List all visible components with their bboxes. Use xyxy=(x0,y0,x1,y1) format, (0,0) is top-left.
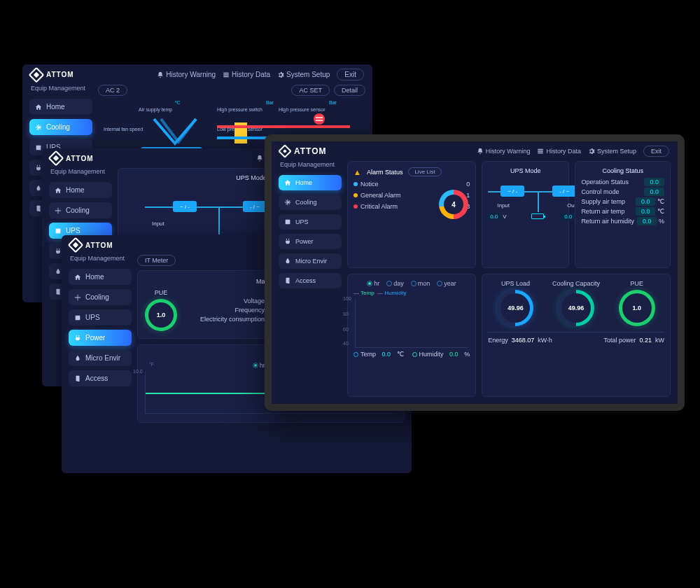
app-header: ATTOM History Warning History Data Syste… xyxy=(272,141,678,161)
ups-load-gauge: 49.96 xyxy=(497,290,533,326)
brand-logo-icon xyxy=(278,144,292,158)
output-value: 0.0 xyxy=(561,213,575,220)
alarm-status-title: Alarm Status xyxy=(367,169,403,176)
drop-icon xyxy=(55,268,62,275)
history-warning-button[interactable]: History Warning xyxy=(477,148,531,155)
range-day[interactable]: day xyxy=(386,280,404,287)
pue-gauge: 1.0 xyxy=(619,290,655,326)
unit-c: ºC xyxy=(175,100,181,105)
input-label: Input xyxy=(489,202,517,209)
system-setup-button[interactable]: System Setup xyxy=(588,148,636,155)
range-hr[interactable]: hr xyxy=(367,280,379,287)
svg-point-8 xyxy=(314,113,325,125)
ups-icon xyxy=(35,144,42,151)
cooling-status-card: Cooling Status Operation Status0.0 Contr… xyxy=(575,161,671,268)
chart-axes: 100 80 60 40 xyxy=(355,299,468,348)
drop-icon xyxy=(74,355,81,362)
elec-consumption-label: Electricity consumption xyxy=(188,316,265,323)
snowflake-icon xyxy=(35,124,42,131)
drop-icon xyxy=(284,258,291,265)
cool-row-return-humidity: Return air humidity0.0 % xyxy=(581,218,664,225)
detail-button[interactable]: Detail xyxy=(334,85,365,96)
gear-icon xyxy=(277,71,284,78)
plug-icon xyxy=(35,164,42,172)
sidebar-item-ups[interactable]: UPS xyxy=(279,214,342,230)
ups-icon xyxy=(74,314,81,321)
sidebar-title: Equip Management xyxy=(49,168,112,178)
sidebar-item-home[interactable]: Home xyxy=(279,175,342,190)
plug-icon xyxy=(74,335,81,342)
sidebar-item-cooling[interactable]: Cooling xyxy=(69,289,132,305)
it-meter-tab[interactable]: IT Meter xyxy=(137,255,176,266)
bell-icon xyxy=(256,155,263,162)
bell-icon xyxy=(477,148,484,155)
sidebar-item-cooling[interactable]: Cooling xyxy=(279,195,342,210)
sidebar-item-home[interactable]: Home xyxy=(69,269,132,285)
sidebar-item-micro-envir[interactable]: Micro Envir xyxy=(69,350,132,366)
sidebar-item-home[interactable]: Home xyxy=(49,182,112,198)
ac-selector-button[interactable]: AC 2 xyxy=(98,85,127,96)
header-actions: History Warning History Data System Setu… xyxy=(157,69,364,80)
range-mon[interactable]: mon xyxy=(411,280,430,287)
metrics-card: UPS Load 49.96 Cooling Capacity 49.96 PU… xyxy=(482,274,671,397)
snowflake-icon xyxy=(74,294,81,301)
cool-row-operation: Operation Status0.0 xyxy=(581,178,664,186)
snowflake-icon xyxy=(55,207,62,214)
sidebar: Equip Management Home Cooling UPS Power … xyxy=(279,161,342,397)
ups-inverter-icon: - / ~ xyxy=(552,186,576,197)
cooling-capacity-gauge: 49.96 xyxy=(558,290,594,326)
sidebar-item-power[interactable]: Power xyxy=(69,330,132,346)
temp-humidity-chart-card: hr day mon year — Temp — Humidity 100 80… xyxy=(347,274,476,397)
ac-set-button[interactable]: AC SET xyxy=(291,85,330,96)
exit-button[interactable]: Exit xyxy=(643,146,669,157)
ups-mode-card: UPS Mode ~ / - - / ~ Input Output 0.0V 0… xyxy=(482,161,569,268)
frequency-label: Frequency xyxy=(188,307,265,314)
plug-icon xyxy=(55,248,62,255)
ups-load-label: UPS Load xyxy=(501,280,530,287)
unit-bar-1: Bar xyxy=(266,100,274,105)
history-data-button[interactable]: History Data xyxy=(537,148,581,155)
sidebar-item-home[interactable]: Home xyxy=(29,99,92,115)
range-hr[interactable]: hr xyxy=(253,362,265,369)
sidebar-item-access[interactable]: Access xyxy=(279,273,342,288)
cool-row-control: Control mode0.0 xyxy=(581,188,664,195)
brand: ATTOM xyxy=(50,153,94,164)
live-list-button[interactable]: Live List xyxy=(408,167,441,176)
ups-mode-title: UPS Mode xyxy=(488,167,563,174)
app-header: ATTOM History Warning History Data Syste… xyxy=(22,64,372,85)
table-icon xyxy=(537,148,544,155)
table-icon xyxy=(223,71,230,78)
range-year[interactable]: year xyxy=(437,280,456,287)
sidebar-item-cooling[interactable]: Cooling xyxy=(29,119,92,135)
system-setup-button[interactable]: System Setup xyxy=(277,71,330,78)
sidebar-item-cooling[interactable]: Cooling xyxy=(49,202,112,218)
alarm-status-card: ▲ Alarm Status Live List Notice0 General… xyxy=(347,161,476,268)
sidebar-title: Equip Management xyxy=(69,255,132,265)
home-icon xyxy=(284,179,291,186)
history-warning-button[interactable]: History Warning xyxy=(157,71,216,78)
battery-icon xyxy=(531,214,544,219)
cool-row-return-temp: Return air temp0.0 ℃ xyxy=(581,208,664,215)
input-label: Input xyxy=(152,220,164,227)
sidebar-item-power[interactable]: Power xyxy=(279,234,342,249)
pue-label: PUE xyxy=(630,280,643,287)
home-icon xyxy=(55,187,62,194)
alarm-row-notice: Notice0 xyxy=(354,181,470,188)
sidebar-item-micro-envir[interactable]: Micro Envir xyxy=(279,253,342,269)
brand-logo-icon xyxy=(29,66,45,83)
ups-rectifier-icon: ~ / - xyxy=(500,186,524,197)
warning-triangle-icon: ▲ xyxy=(354,168,361,176)
cooling-capacity-label: Cooling Capacity xyxy=(552,280,600,287)
pue-gauge-wrap: PUE 1.0 xyxy=(619,280,655,326)
snowflake-icon xyxy=(284,199,291,206)
sidebar-item-ups[interactable]: UPS xyxy=(69,309,132,326)
tablet-device: ATTOM History Warning History Data Syste… xyxy=(265,134,685,411)
door-icon xyxy=(284,277,291,284)
brand-logo-icon xyxy=(48,150,64,167)
history-data-button[interactable]: History Data xyxy=(223,71,270,78)
sidebar-item-access[interactable]: Access xyxy=(69,370,132,386)
cooling-capacity-gauge-wrap: Cooling Capacity 49.96 xyxy=(552,280,600,326)
exit-button[interactable]: Exit xyxy=(337,69,364,80)
alarm-donut-chart: 4 xyxy=(439,190,468,219)
ups-output-box-icon: - / ~ xyxy=(243,201,267,212)
